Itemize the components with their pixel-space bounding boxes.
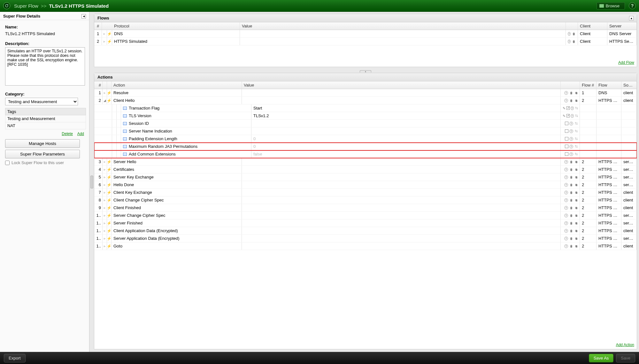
delete-icon[interactable] [569, 213, 573, 217]
copy-icon[interactable] [574, 160, 578, 164]
expand-icon[interactable]: ▹ [103, 181, 107, 188]
help-icon[interactable]: ? [564, 183, 568, 187]
link-icon[interactable]: ⇆ [575, 106, 578, 110]
delete-icon[interactable] [572, 32, 576, 36]
flow-row[interactable]: 2▹⚡HTTPS Simulated? ClientHTTPS Server [94, 38, 637, 45]
action-row[interactable]: 1..▹⚡Server Application Data (Encrypted)… [94, 235, 637, 242]
link-icon[interactable]: ⇆ [574, 129, 578, 133]
action-row[interactable]: 1..▹⚡Client Application Data (Encrypted)… [94, 227, 637, 235]
category-select[interactable]: Testing and Measurement [5, 98, 78, 105]
action-row[interactable]: 3▹⚡Server Hello?2HTTPS Sim...server [94, 158, 637, 166]
action-row[interactable]: 7▹⚡Client Key Exchange?2HTTPS Sim...clie… [94, 189, 637, 196]
breadcrumb-root[interactable]: Super Flow [14, 3, 38, 9]
expand-icon[interactable]: ▹ [102, 38, 107, 45]
copy-icon[interactable] [574, 167, 578, 171]
checkbox-icon[interactable]: ✓ [566, 114, 570, 118]
link-icon[interactable]: ⇆ [574, 144, 578, 148]
delete-icon[interactable] [569, 190, 573, 194]
action-param-row[interactable]: Transaction FlagStart✓?⇆ [94, 104, 637, 112]
delete-icon[interactable] [569, 236, 573, 240]
checkbox-icon[interactable] [565, 129, 568, 133]
lock-checkbox[interactable] [5, 161, 10, 165]
checkbox-icon[interactable]: ✓ [566, 106, 570, 110]
description-textarea[interactable]: Simulates an HTTP over TLSv1.2 session. … [5, 47, 85, 86]
action-param-row[interactable]: Add Common Extensionsfalse?⇆ [94, 150, 637, 158]
copy-icon[interactable] [574, 175, 578, 179]
help-icon[interactable]: ? [569, 152, 573, 156]
copy-icon[interactable] [574, 206, 578, 210]
help-button[interactable]: ? [629, 2, 636, 9]
help-icon[interactable]: ? [568, 40, 571, 43]
action-row[interactable]: 4▹⚡Certificates?2HTTPS Sim...server [94, 166, 637, 173]
checkbox-icon[interactable] [565, 145, 568, 148]
browse-button[interactable]: Browse [597, 2, 625, 10]
tag-row[interactable]: Testing and Measurement [5, 115, 86, 122]
vertical-splitter[interactable] [90, 176, 93, 188]
link-icon[interactable]: ⇆ [575, 114, 578, 118]
help-icon[interactable]: ? [571, 114, 574, 118]
action-row[interactable]: 5▹⚡Server Key Exchange?2HTTPS Sim...serv… [94, 173, 637, 181]
collapse-sidebar-icon[interactable]: ◂ [81, 14, 86, 19]
action-row[interactable]: 9▹⚡Client Finished?2HTTPS Sim...client [94, 204, 637, 212]
action-param-row[interactable]: Server Name Indication?⇆ [94, 127, 637, 135]
expand-icon[interactable]: ▹ [103, 189, 107, 196]
copy-icon[interactable] [574, 213, 578, 217]
collapse-flows-icon[interactable]: ▴ [629, 16, 634, 20]
delete-tag-link[interactable]: Delete [62, 132, 73, 136]
help-icon[interactable]: ? [564, 168, 568, 171]
help-icon[interactable]: ? [564, 175, 568, 179]
action-row[interactable]: 6▹⚡Hello Done?2HTTPS Sim...server [94, 181, 637, 189]
horizontal-splitter[interactable]: ▴ [360, 70, 371, 72]
help-icon[interactable]: ? [564, 244, 568, 248]
link-icon[interactable]: ⇆ [574, 137, 578, 141]
action-param-row[interactable]: Session ID?⇆ [94, 120, 637, 127]
copy-icon[interactable] [574, 198, 578, 202]
action-row[interactable]: 2◢⚡Client Hello?2HTTPS Sim...client [94, 97, 637, 104]
action-param-row[interactable]: TLS VersionTLSv1.2✓?⇆ [94, 112, 637, 120]
save-as-button[interactable]: Save As [589, 354, 614, 362]
action-param-row[interactable]: Padding Extension Length0?⇆ [94, 135, 637, 143]
expand-icon[interactable]: ▹ [103, 219, 107, 227]
expand-icon[interactable]: ▹ [103, 196, 107, 204]
expand-icon[interactable]: ▹ [103, 173, 107, 181]
delete-icon[interactable] [569, 206, 573, 210]
delete-icon[interactable] [569, 160, 573, 164]
manage-hosts-button[interactable]: Manage Hosts [5, 139, 80, 148]
delete-icon[interactable] [569, 183, 573, 187]
delete-icon[interactable] [569, 244, 573, 248]
link-icon[interactable]: ⇆ [574, 121, 578, 125]
help-icon[interactable]: ? [564, 229, 568, 233]
add-action-link[interactable]: Add Action [616, 343, 634, 347]
action-param-row[interactable]: Maximum Random JA3 Permutations0?⇆ [94, 143, 637, 150]
action-row[interactable]: 8▹⚡Client Change Cipher Spec?2HTTPS Sim.… [94, 196, 637, 204]
checkbox-icon[interactable] [565, 122, 568, 125]
delete-icon[interactable] [569, 198, 573, 202]
delete-icon[interactable] [572, 39, 576, 43]
copy-icon[interactable] [574, 229, 578, 233]
expand-icon[interactable]: ▹ [103, 235, 107, 242]
action-row[interactable]: 1▹⚡Resolve?1DNSclient [94, 89, 637, 97]
help-icon[interactable]: ? [569, 145, 573, 148]
copy-icon[interactable] [574, 244, 578, 248]
expand-icon[interactable]: ▹ [103, 158, 107, 165]
help-icon[interactable]: ? [564, 191, 568, 194]
help-icon[interactable]: ? [564, 99, 568, 102]
help-icon[interactable]: ? [564, 237, 568, 240]
copy-icon[interactable] [574, 183, 578, 187]
delete-icon[interactable] [569, 91, 573, 95]
help-icon[interactable]: ? [571, 106, 574, 110]
action-row[interactable]: 1..▹⚡Server Change Cipher Spec?2HTTPS Si… [94, 212, 637, 219]
delete-icon[interactable] [569, 229, 573, 233]
help-icon[interactable]: ? [569, 137, 573, 141]
delete-icon[interactable] [569, 175, 573, 179]
add-flow-link[interactable]: Add Flow [618, 60, 634, 65]
export-button[interactable]: Export [4, 354, 26, 362]
save-button[interactable]: Save [616, 354, 635, 362]
copy-icon[interactable] [574, 91, 578, 95]
copy-icon[interactable] [574, 221, 578, 225]
checkbox-icon[interactable] [565, 152, 568, 156]
help-icon[interactable]: ? [569, 129, 573, 133]
expand-icon[interactable]: ▹ [102, 30, 107, 37]
delete-icon[interactable] [569, 167, 573, 171]
expand-icon[interactable]: ▹ [103, 212, 107, 219]
